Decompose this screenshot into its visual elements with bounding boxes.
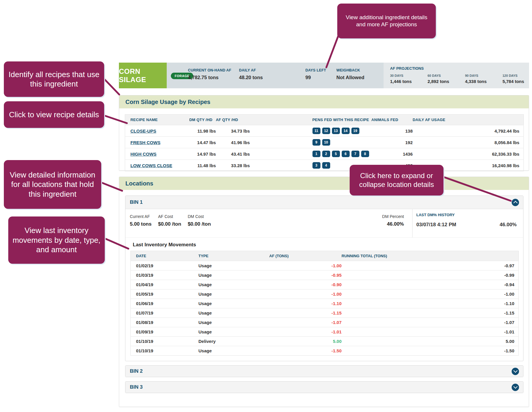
stat-dm-cost: DM Cost $0.00 /ton — [188, 214, 211, 237]
chevron-down-icon[interactable] — [512, 368, 519, 375]
movement-date: 01/10/19 — [131, 337, 199, 346]
movement-total: -1.50 — [342, 346, 519, 356]
movement-date: 01/10/19 — [131, 346, 199, 356]
pen-badge: 12 — [322, 128, 330, 134]
movement-date: 01/04/19 — [131, 280, 199, 289]
movement-type: Usage — [199, 299, 269, 308]
pen-badge: 13 — [332, 128, 340, 134]
bin-3-panel: BIN 3 — [125, 381, 523, 393]
pen-badge: 4 — [322, 162, 330, 169]
pens-fed-badges: 1112131419 — [250, 125, 371, 137]
movement-type: Usage — [199, 308, 269, 318]
last-dm-history-panel: LAST DM% HISTORY 03/07/18 4:12 PM 46.00% — [412, 209, 523, 237]
stat-current-af: Current AF 5.00 tons — [130, 214, 152, 237]
movement-row: 01/10/19 Delivery 5.00 5.00 — [131, 337, 519, 346]
ingredient-detail-page: View additional ingredient details and m… — [0, 0, 532, 412]
daily-af-usage-value: 8,056.84 lbs — [413, 137, 524, 148]
recipe-row: CLOSE-UPS 11.98 lbs 34.73 lbs 1112131419… — [125, 125, 524, 137]
chevron-up-icon[interactable] — [512, 199, 519, 206]
movement-type: Usage — [199, 289, 269, 299]
movement-total: -0.94 — [342, 280, 519, 289]
movement-row: 01/10/19 Usage -1.50 -1.50 — [131, 346, 519, 356]
animals-fed-value: 1436 — [371, 148, 413, 160]
bin-1-name: BIN 1 — [130, 199, 143, 205]
callout-location-info: View detailed information for all locati… — [4, 160, 101, 209]
movement-af: -1.00 — [269, 261, 342, 271]
pens-fed-badges: 125678 — [250, 148, 371, 160]
col-running-total: RUNNING TOTAL (TONS) — [342, 251, 519, 261]
col-recipe-name: RECIPE NAME — [125, 115, 189, 125]
movement-row: 01/06/19 Usage -1.10 -1.10 — [131, 299, 519, 308]
af-qty-value: 33.28 lbs — [216, 160, 250, 171]
movement-row: 01/09/19 Usage -1.01 -1.01 — [131, 327, 519, 337]
af-projections-panel: AF PROJECTIONS 30 DAYS 1,446 tons 60 DAY… — [384, 63, 529, 88]
bin-3-header[interactable]: BIN 3 — [125, 382, 523, 393]
movement-total: -1.07 — [342, 318, 519, 327]
recipe-link-close-ups[interactable]: CLOSE-UPS — [130, 128, 156, 133]
movement-total: -0.97 — [342, 261, 519, 271]
pen-badge: 19 — [351, 128, 359, 134]
ingredient-header-stats: FORAGE CURRENT ON-HAND AF 4,782.75 tons … — [167, 63, 529, 88]
movement-row: 01/05/19 Usage -1.00 -1.00 — [131, 289, 519, 299]
recipes-table-header: RECIPE NAME DM QTY /HD AF QTY /HD PENS F… — [125, 115, 524, 125]
bin-1-stats-row: Current AF 5.00 tons AF Cost $0.00 /ton … — [125, 209, 523, 238]
recipe-link-high-cows[interactable]: HIGH COWS — [130, 152, 156, 157]
stat-dm-percent: DM Percent 46.00% — [382, 214, 404, 237]
movement-af: -1.10 — [269, 299, 342, 308]
chevron-down-icon[interactable] — [512, 384, 519, 391]
bin-2-header[interactable]: BIN 2 — [125, 366, 523, 377]
movement-date: 01/09/19 — [131, 327, 199, 337]
ingredient-name: CORN SILAGE — [119, 63, 167, 88]
recipe-row: LOW COWS CLOSE 11.48 lbs 33.28 lbs 34 48… — [125, 160, 524, 171]
movements-header-row: DATE TYPE AF (TONS) RUNNING TOTAL (TONS) — [131, 251, 519, 261]
movement-row: 01/07/19 Usage -1.15 -1.15 — [131, 308, 519, 318]
recipe-link-low-cows-close[interactable]: LOW COWS CLOSE — [130, 163, 172, 168]
movement-date: 01/05/19 — [131, 289, 199, 299]
bin-3-name: BIN 3 — [130, 384, 143, 390]
last-dm-history-title: LAST DM% HISTORY — [416, 213, 517, 217]
col-type: TYPE — [199, 251, 269, 261]
stat-days-left: DAYS LEFT 99 — [305, 68, 326, 80]
recipe-row: FRESH COWS 14.47 lbs 41.96 lbs 910 192 8… — [125, 137, 524, 148]
projection-30-days: 30 DAYS 1,446 tons — [390, 74, 412, 84]
col-daily-af-usage: DAILY AF USAGE — [413, 115, 524, 125]
movement-af: -0.95 — [269, 271, 342, 280]
projection-60-days: 60 DAYS 2,892 tons — [428, 74, 449, 84]
af-qty-value: 43.41 lbs — [216, 148, 250, 160]
movement-row: 01/08/19 Usage -1.07 -1.07 — [131, 318, 519, 327]
callout-inventory-movements: View last inventory movements by date, t… — [8, 216, 105, 264]
pen-badge: 1 — [312, 151, 320, 157]
pens-fed-badges: 910 — [250, 137, 371, 148]
col-af-tons: AF (TONS) — [269, 251, 342, 261]
af-projections-title: AF PROJECTIONS — [390, 66, 424, 71]
movement-af: -1.07 — [269, 318, 342, 327]
pen-badge: 9 — [312, 139, 320, 146]
pen-badge: 8 — [361, 151, 369, 157]
movements-table: DATE TYPE AF (TONS) RUNNING TOTAL (TONS)… — [130, 251, 519, 356]
af-qty-value: 41.96 lbs — [216, 137, 250, 148]
movement-af: -1.15 — [269, 308, 342, 318]
pen-badge: 14 — [342, 128, 350, 134]
pen-badge: 5 — [332, 151, 340, 157]
recipe-link-fresh-cows[interactable]: FRESH COWS — [130, 140, 161, 145]
movement-total: 5.00 — [342, 337, 519, 346]
bin-1-panel: BIN 1 Current AF 5.00 tons AF Cost $0.00… — [125, 196, 523, 361]
bin-1-header[interactable]: BIN 1 — [125, 196, 523, 209]
movement-date: 01/02/19 — [131, 261, 199, 271]
af-qty-value: 34.73 lbs — [216, 125, 250, 137]
pen-badge: 3 — [312, 162, 320, 169]
animals-fed-value: 192 — [371, 137, 413, 148]
movement-type: Usage — [199, 280, 269, 289]
movement-date: 01/08/19 — [131, 318, 199, 327]
movements-title: Last Inventory Movements — [133, 242, 523, 248]
recipes-table: RECIPE NAME DM QTY /HD AF QTY /HD PENS F… — [125, 114, 524, 171]
pen-badge: 11 — [312, 128, 320, 134]
dm-qty-value: 14.97 lbs — [189, 148, 216, 160]
movement-total: -1.00 — [342, 289, 519, 299]
pen-badge: 10 — [322, 139, 330, 146]
stat-af-cost: AF Cost $0.00 /ton — [158, 214, 181, 237]
pen-badge: 2 — [322, 151, 330, 157]
dm-history-value: 46.00% — [500, 222, 517, 228]
locations-card: Locations BIN 1 Current AF 5.00 tons AF … — [119, 177, 529, 407]
movement-row: 01/02/19 Usage -1.00 -0.97 — [131, 261, 519, 271]
